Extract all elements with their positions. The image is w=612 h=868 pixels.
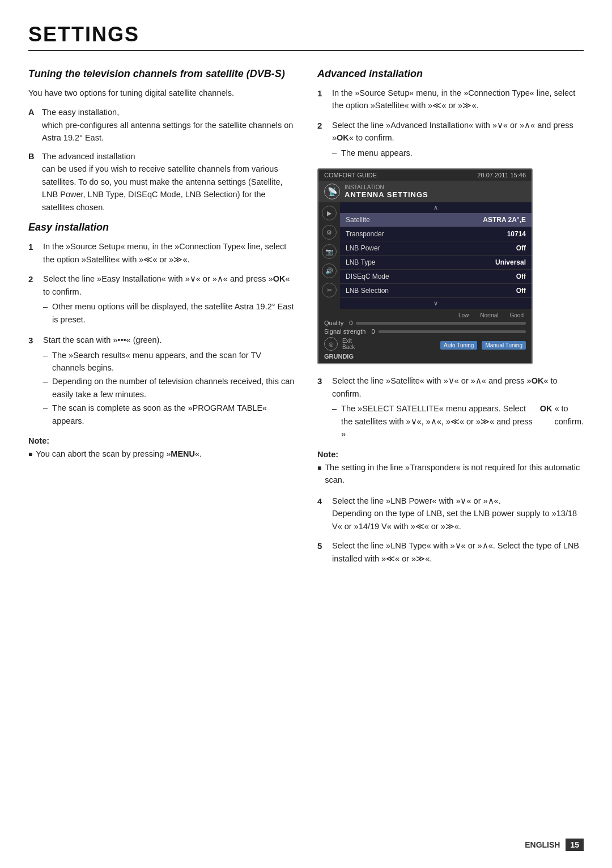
easy-note-label: Note: bbox=[28, 436, 295, 445]
easy-note-item-1: ■ You can abort the scan by pressing »ME… bbox=[28, 448, 295, 460]
tv-manual-tuning-btn[interactable]: Manual Tuning bbox=[482, 341, 526, 350]
adv-step-4-num: 4 bbox=[317, 495, 328, 533]
easy-note: Note: ■ You can abort the scan by pressi… bbox=[28, 436, 295, 460]
easy-step-3-num: 3 bbox=[28, 334, 39, 428]
tv-title-bar: 📡 INSTALLATION ANTENNA SETTINGS bbox=[318, 181, 532, 202]
tv-exit-label: Exit bbox=[342, 338, 355, 344]
tv-row-lnb-type: LNB Type Universal bbox=[340, 256, 532, 270]
tv-content-rows: ∧ Satellite ASTRA 2A°,E Transponder 1071… bbox=[340, 202, 532, 309]
tv-main-title: ANTENNA SETTINGS bbox=[345, 190, 428, 199]
tv-row-lnb-power: LNB Power Off bbox=[340, 241, 532, 256]
adv-step-1-content: In the »Source Setup« menu, in the »Conn… bbox=[332, 87, 584, 112]
tv-bottom-controls: ◎ Exit Back Auto Tuning Manual Tuning bbox=[324, 337, 526, 351]
tv-comfort-guide: COMFORT GUIDE bbox=[324, 172, 377, 178]
tv-screen-widget: COMFORT GUIDE 20.07.2011 15:46 📡 INSTALL… bbox=[317, 168, 533, 364]
tv-row-transponder: Transponder 10714 bbox=[340, 227, 532, 241]
easy-step-2-num: 2 bbox=[28, 273, 39, 327]
adv-install-heading: Advanced installation bbox=[317, 68, 584, 80]
tv-menu-area: ▶ ⚙ 📷 🔊 ✂ ∧ Satellite ASTRA 2A°,E Transp… bbox=[318, 202, 532, 309]
adv-step-3-num: 3 bbox=[317, 375, 328, 441]
left-column: Tuning the television channels from sate… bbox=[28, 68, 295, 573]
tv-scroll-down: ∨ bbox=[340, 298, 532, 309]
tv-title-text: INSTALLATION ANTENNA SETTINGS bbox=[345, 184, 428, 199]
option-a-sub: which pre-configures all antenna setting… bbox=[42, 121, 293, 142]
easy-step-1-content: In the »Source Setup« menu, in the »Conn… bbox=[43, 240, 295, 266]
tv-label-normal: Normal bbox=[480, 312, 498, 318]
adv-note-2-text: The setting in the line »Transponder« is… bbox=[325, 461, 584, 487]
tv-signal-label: Signal strength bbox=[324, 328, 366, 335]
adv-note-2-item: ■ The setting in the line »Transponder« … bbox=[317, 461, 584, 487]
adv-step-2-content: Select the line »Advanced Installation« … bbox=[332, 119, 584, 160]
adv-step-3-content: Select the line »Satellite« with »∨« or … bbox=[332, 375, 584, 441]
adv-step-5-num: 5 bbox=[317, 539, 328, 565]
option-a-content: The easy installation, which pre-configu… bbox=[42, 106, 295, 144]
adv-step-2-sub-1: The menu appears. bbox=[332, 147, 584, 159]
adv-step-3-sub-1: The »SELECT SATELLITE« menu appears. Sel… bbox=[332, 402, 584, 440]
adv-step-3: 3 Select the line »Satellite« with »∨« o… bbox=[317, 375, 584, 441]
option-b-title: The advanced installation bbox=[42, 152, 135, 161]
option-a-label: A bbox=[28, 106, 37, 144]
easy-step-1: 1 In the »Source Setup« menu, in the »Co… bbox=[28, 240, 295, 266]
option-list: A The easy installation, which pre-confi… bbox=[28, 106, 295, 214]
tv-label-low: Low bbox=[458, 312, 469, 318]
tv-action-buttons: Auto Tuning Manual Tuning bbox=[440, 341, 526, 350]
adv-step-1: 1 In the »Source Setup« menu, in the »Co… bbox=[317, 87, 584, 112]
page-footer: ENGLISH 15 bbox=[525, 839, 584, 851]
adv-step-2: 2 Select the line »Advanced Installation… bbox=[317, 119, 584, 160]
right-column: Advanced installation 1 In the »Source S… bbox=[317, 68, 584, 573]
tv-nav-circle: ◎ bbox=[324, 337, 338, 351]
option-a-title: The easy installation, bbox=[42, 108, 119, 117]
easy-step-3-sub-3: The scan is complete as soon as the »PRO… bbox=[43, 402, 295, 427]
option-b-label: B bbox=[28, 150, 37, 214]
easy-step-2-sub-1: Other menu options will be displayed, th… bbox=[43, 300, 295, 326]
adv-step-1-num: 1 bbox=[317, 87, 328, 112]
tv-sidebar-icon-1: ▶ bbox=[322, 206, 337, 220]
option-b-sub: can be used if you wish to receive satel… bbox=[42, 164, 283, 211]
tv-row-diseqc: DISEqC Mode Off bbox=[340, 270, 532, 284]
easy-step-3-sub-2: Depending on the number of television ch… bbox=[43, 375, 295, 401]
tv-installation-label: INSTALLATION bbox=[345, 184, 428, 190]
option-b-content: The advanced installation can be used if… bbox=[42, 150, 295, 214]
tv-quality-label: Quality bbox=[324, 320, 343, 326]
adv-step-4-content: Select the line »LNB Power« with »∨« or … bbox=[332, 495, 584, 533]
easy-note-text: You can abort the scan by pressing »MENU… bbox=[36, 448, 202, 460]
tv-scroll-up: ∧ bbox=[340, 202, 532, 213]
tv-top-bar: COMFORT GUIDE 20.07.2011 15:46 bbox=[318, 169, 532, 181]
adv-step-3-sub: The »SELECT SATELLITE« menu appears. Sel… bbox=[332, 402, 584, 440]
option-b: B The advanced installation can be used … bbox=[28, 150, 295, 214]
main-section-heading: Tuning the television channels from sate… bbox=[28, 68, 295, 80]
easy-step-2-content: Select the line »Easy Installation« with… bbox=[43, 273, 295, 327]
easy-steps-list: 1 In the »Source Setup« menu, in the »Co… bbox=[28, 240, 295, 428]
easy-step-2: 2 Select the line »Easy Installation« wi… bbox=[28, 273, 295, 327]
tv-bottom-section: Low Normal Good Quality 0 Signal strengt… bbox=[318, 309, 532, 363]
adv-note-bullet-icon: ■ bbox=[317, 463, 321, 487]
page-title: SETTINGS bbox=[28, 23, 584, 51]
adv-steps-list: 1 In the »Source Setup« menu, in the »Co… bbox=[317, 87, 584, 160]
easy-step-3-sub-1: The »Search results« menu appears, and t… bbox=[43, 349, 295, 375]
tv-bars: Quality 0 Signal strength 0 bbox=[324, 320, 526, 335]
tv-nav-buttons: ◎ Exit Back bbox=[324, 337, 355, 351]
easy-step-1-num: 1 bbox=[28, 240, 39, 266]
tv-label-good: Good bbox=[510, 312, 524, 318]
easy-step-3: 3 Start the scan with »•••« (green). The… bbox=[28, 334, 295, 428]
adv-step-4: 4 Select the line »LNB Power« with »∨« o… bbox=[317, 495, 584, 533]
easy-step-3-content: Start the scan with »•••« (green). The »… bbox=[43, 334, 295, 428]
easy-install-heading: Easy installation bbox=[28, 222, 295, 233]
footer-page-number: 15 bbox=[566, 839, 584, 851]
tv-brand-logo: GRUNDIG bbox=[324, 353, 526, 360]
tv-auto-tuning-btn[interactable]: Auto Tuning bbox=[440, 341, 477, 350]
easy-step-3-subs: The »Search results« menu appears, and t… bbox=[43, 349, 295, 428]
footer-language: ENGLISH bbox=[525, 840, 560, 849]
easy-step-2-sub: Other menu options will be displayed, th… bbox=[43, 300, 295, 326]
adv-steps-2-list: 3 Select the line »Satellite« with »∨« o… bbox=[317, 375, 584, 441]
tv-bar-labels: Low Normal Good bbox=[324, 312, 526, 318]
tv-row-lnb-sel: LNB Selection Off bbox=[340, 284, 532, 298]
adv-note-2-label: Note: bbox=[317, 450, 584, 459]
tv-back-label: Back bbox=[342, 344, 355, 350]
tv-row-satellite: Satellite ASTRA 2A°,E bbox=[340, 213, 532, 227]
tv-sidebar-icon-3: 📷 bbox=[322, 244, 337, 259]
note-bullet-icon: ■ bbox=[28, 449, 32, 460]
tv-signal-bar: Signal strength 0 bbox=[324, 328, 526, 335]
adv-note-2: Note: ■ The setting in the line »Transpo… bbox=[317, 450, 584, 487]
tv-signal-track bbox=[379, 330, 526, 333]
